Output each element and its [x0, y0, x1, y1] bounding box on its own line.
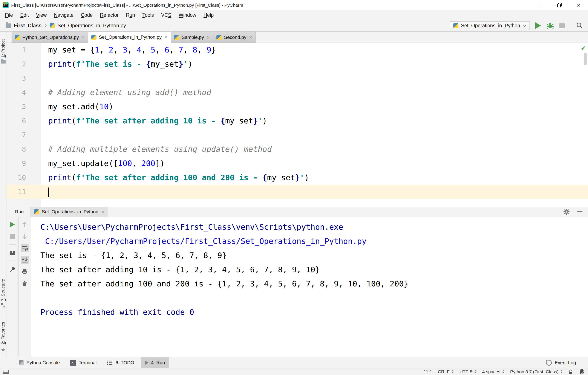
soft-wrap-toggle[interactable] — [21, 244, 29, 252]
rerun-button[interactable] — [8, 220, 17, 229]
run-tab[interactable]: Set_Operations_in_Python × — [30, 207, 108, 217]
run-button[interactable] — [535, 22, 541, 29]
run-toolwindow-icon — [145, 360, 148, 365]
status-11-1[interactable]: 11:1 — [424, 369, 432, 374]
hide-panel-icon[interactable] — [577, 211, 582, 212]
run-panel-header: Run: Set_Operations_in_Python × — [6, 207, 588, 217]
star-icon: ★ — [1, 346, 6, 353]
checkmark-icon[interactable]: ✔ — [581, 44, 585, 52]
console-line: The set after adding 10 is - {1, 2, 3, 4… — [40, 263, 588, 277]
status-crlf[interactable]: CRLF — [438, 369, 454, 374]
menu-refactor[interactable]: Refactor — [96, 12, 122, 18]
debug-button[interactable] — [546, 22, 554, 29]
menu-vcs[interactable]: VCS — [158, 12, 175, 18]
down-stacktrace-button[interactable] — [21, 232, 29, 240]
restore-layout-button[interactable] — [8, 249, 17, 257]
code-line-2[interactable]: 2print(f'The set is - {my_set}') — [6, 57, 588, 71]
inspections-face-icon[interactable] — [579, 369, 585, 375]
stop-button[interactable] — [559, 23, 565, 28]
close-button[interactable]: × — [569, 0, 588, 10]
todo-list-icon — [107, 360, 113, 366]
close-icon: × — [577, 2, 580, 8]
event-log-button[interactable]: Event Log — [546, 360, 588, 366]
line-number: 9 — [6, 156, 41, 171]
close-icon[interactable]: × — [207, 35, 210, 40]
gutter-filler — [6, 199, 41, 207]
code-line-6[interactable]: 6print(f'The set after adding 10 is - {m… — [6, 114, 588, 128]
updown-arrows — [452, 370, 454, 373]
menu-bar: FileEditViewNavigateCodeRefactorRunTools… — [0, 10, 588, 20]
up-stacktrace-button[interactable] — [21, 220, 29, 229]
print-button[interactable] — [21, 268, 29, 276]
toolwindow-bar-bottom: Python Console >_ Terminal 6: TODO 4: Ru… — [0, 357, 588, 368]
breadcrumb-file[interactable]: Set_Operations_in_Python.py — [57, 22, 126, 29]
run-configuration-label: Set_Operations_in_Python — [461, 23, 520, 29]
close-icon[interactable]: × — [82, 35, 85, 40]
trash-icon — [21, 280, 28, 287]
python-console-icon — [19, 360, 24, 365]
editor-tab[interactable]: Sample.py× — [171, 32, 213, 43]
console-output[interactable]: C:\Users\User\PycharmProjects\First_Clas… — [31, 217, 588, 357]
toolwindow-toggle-icon[interactable] — [3, 370, 9, 374]
search-everywhere-button[interactable] — [576, 22, 583, 29]
menu-run[interactable]: Run — [122, 12, 139, 18]
pin-tab-button[interactable] — [8, 265, 17, 274]
unlock-icon[interactable] — [568, 369, 573, 375]
python-file-icon — [50, 23, 55, 28]
menu-navigate[interactable]: Navigate — [50, 12, 77, 18]
stop-button[interactable] — [8, 232, 17, 240]
toolwindow-todo[interactable]: 6: TODO — [103, 357, 138, 368]
line-number: 1 — [6, 43, 41, 57]
menu-view[interactable]: View — [32, 12, 50, 18]
minimize-button[interactable] — [531, 0, 550, 10]
code-line-9[interactable]: 9my_set.update([100, 200]) — [6, 156, 588, 171]
code-editor[interactable]: 1my_set = {1, 2, 3, 4, 5, 6, 7, 8, 9}2pr… — [6, 43, 588, 207]
code-line-8[interactable]: 8# Adding multiple elements using update… — [6, 142, 588, 156]
code-line-1[interactable]: 1my_set = {1, 2, 3, 4, 5, 6, 7, 8, 9} — [6, 43, 588, 57]
close-icon[interactable]: × — [164, 35, 168, 40]
menu-window[interactable]: Window — [175, 12, 200, 18]
menu-help[interactable]: Help — [200, 12, 217, 18]
code-line-10[interactable]: 10print(f'The set after adding 100 and 2… — [6, 171, 588, 185]
toolwindow-python-console[interactable]: Python Console — [15, 357, 63, 368]
run-configuration-select[interactable]: Set_Operations_in_Python — [450, 21, 530, 30]
clear-console-button[interactable] — [21, 279, 29, 288]
code-line-11[interactable]: 11 — [6, 185, 588, 199]
structure-icon — [1, 303, 5, 308]
editor-tab[interactable]: Set_Operations_in_Python.py× — [88, 32, 171, 43]
console-line: C:/Users/User/PycharmProjects/First_Clas… — [40, 234, 588, 248]
scroll-to-end-icon — [21, 257, 28, 263]
code-line-3[interactable]: 3 — [6, 71, 588, 85]
code-line-4[interactable]: 4# Adding element using add() method — [6, 85, 588, 100]
run-tab-label: Set_Operations_in_Python — [42, 209, 98, 214]
gear-icon[interactable] — [563, 208, 570, 215]
line-number: 8 — [6, 142, 41, 156]
code-line-7[interactable]: 7 — [6, 128, 588, 142]
editor-tabs: Python_Set_Operations.py×Set_Operations_… — [6, 32, 588, 43]
status-utf-8[interactable]: UTF-8 — [460, 369, 476, 374]
sidebar-item-favorites[interactable]: 2: Favorites ★ — [0, 322, 6, 353]
window-title: First_Class [C:\Users\User\PycharmProjec… — [11, 3, 243, 8]
close-icon[interactable]: × — [101, 209, 104, 214]
menu-code[interactable]: Code — [77, 12, 96, 18]
sidebar-item-project[interactable]: 1: Project — [0, 39, 6, 64]
menu-file[interactable]: File — [1, 12, 17, 18]
editor-tab[interactable]: Python_Set_Operations.py× — [12, 32, 88, 43]
status-python-3-7-first_class-[interactable]: Python 3.7 (First_Class) — [510, 369, 563, 374]
scroll-to-end-toggle[interactable] — [21, 256, 29, 264]
close-icon[interactable]: × — [249, 35, 252, 40]
menu-edit[interactable]: Edit — [17, 12, 32, 18]
status-bar: 11:1CRLFUTF-84 spacesPython 3.7 (First_C… — [0, 368, 588, 375]
status-4-spaces[interactable]: 4 spaces — [482, 369, 504, 374]
code-line-5[interactable]: 5my_set.add(10) — [6, 100, 588, 114]
sidebar-item-structure[interactable]: 7: Structure — [0, 279, 6, 308]
editor-scrollbar-thumb[interactable] — [584, 53, 587, 65]
line-number: 2 — [6, 57, 41, 71]
breadcrumb-project[interactable]: First_Class — [14, 22, 42, 29]
maximize-button[interactable] — [550, 0, 569, 10]
menu-tools[interactable]: Tools — [139, 12, 158, 18]
toolwindow-terminal[interactable]: >_ Terminal — [66, 357, 100, 368]
toolbar-divider — [9, 245, 16, 245]
toolwindow-run[interactable]: 4: Run — [141, 357, 169, 368]
editor-tab[interactable]: Second.py× — [213, 32, 255, 43]
